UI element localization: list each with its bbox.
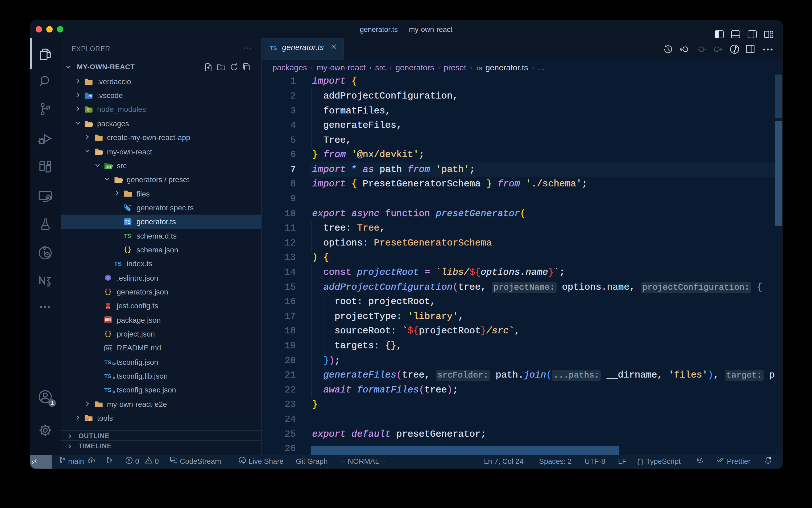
svg-text:TS: TS (129, 205, 132, 208)
svg-text:</>: </> (107, 166, 112, 169)
svg-text:js: js (88, 109, 90, 112)
